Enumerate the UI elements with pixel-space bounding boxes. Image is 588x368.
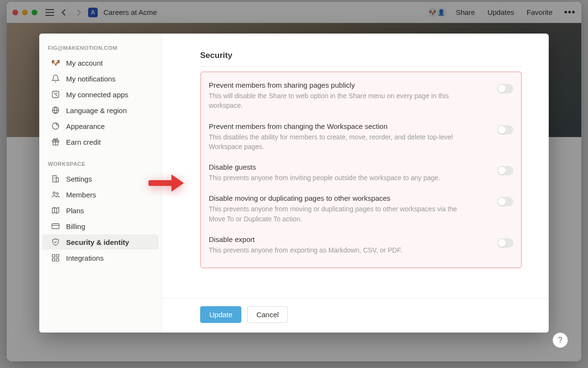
option-title: Prevent members from sharing pages publi… — [209, 81, 486, 89]
option-title: Disable moving or duplicating pages to o… — [209, 194, 486, 202]
presence-avatars[interactable]: 🐶 👤 — [427, 7, 447, 18]
toggle-prevent-public-share[interactable] — [497, 84, 513, 93]
option-title: Prevent members from changing the Worksp… — [209, 122, 486, 130]
security-options-highlight: Prevent members from sharing pages publi… — [200, 71, 522, 268]
minimize-window-icon[interactable] — [22, 10, 28, 15]
shield-icon — [51, 237, 60, 247]
sidebar-item-label: Earn credit — [66, 138, 101, 146]
option-disable-guests: Disable guests This prevents anyone from… — [209, 159, 513, 190]
sidebar-item-appearance[interactable]: Appearance — [42, 118, 158, 134]
share-button[interactable]: Share — [452, 8, 479, 16]
card-icon — [51, 221, 60, 231]
sidebar-item-label: Language & region — [66, 106, 127, 115]
globe-icon — [51, 105, 60, 115]
page-icon: A — [88, 8, 98, 17]
avatar-icon: 🐶 — [51, 58, 60, 68]
sidebar-item-label: Security & identity — [66, 238, 129, 246]
cancel-button[interactable]: Cancel — [247, 306, 288, 323]
maximize-window-icon[interactable] — [32, 10, 37, 15]
option-description: This prevents anyone from exporting as M… — [209, 245, 467, 255]
bell-icon — [51, 74, 60, 83]
page-title[interactable]: Careers at Acme — [103, 8, 157, 16]
option-title: Disable guests — [209, 163, 486, 171]
svg-rect-13 — [57, 259, 59, 261]
sidebar-item-language[interactable]: Language & region — [42, 103, 158, 118]
menu-icon[interactable] — [45, 8, 55, 17]
option-disable-move: Disable moving or duplicating pages to o… — [209, 190, 513, 231]
building-icon — [51, 174, 60, 184]
more-icon[interactable]: ••• — [561, 7, 576, 18]
sidebar-heading-workspace: WORKSPACE — [39, 158, 161, 171]
sidebar-item-integrations[interactable]: Integrations — [42, 250, 158, 265]
svg-rect-9 — [52, 224, 59, 229]
option-prevent-workspace-change: Prevent members from changing the Worksp… — [209, 118, 513, 160]
sidebar-item-billing[interactable]: Billing — [42, 218, 158, 234]
svg-rect-5 — [53, 175, 57, 182]
settings-footer: Update Cancel — [162, 298, 549, 333]
moon-icon — [51, 121, 60, 131]
sidebar-item-label: Settings — [66, 175, 92, 183]
updates-button[interactable]: Updates — [484, 8, 518, 16]
sidebar-item-my-account[interactable]: 🐶 My account — [42, 55, 158, 70]
avatar: 👤 — [436, 7, 447, 18]
sidebar-item-plans[interactable]: Plans — [42, 203, 158, 218]
sidebar-item-members[interactable]: Members — [42, 187, 158, 202]
app-window: A Careers at Acme 🐶 👤 Share Updates Favo… — [7, 2, 581, 361]
sidebar-heading-account: FIG@MAKENOTION.COM — [39, 42, 161, 55]
sidebar-item-settings[interactable]: Settings — [42, 171, 158, 186]
close-window-icon[interactable] — [12, 10, 18, 15]
option-title: Disable export — [209, 235, 486, 243]
sidebar-item-security[interactable]: Security & identity — [42, 234, 158, 250]
toggle-prevent-workspace-change[interactable] — [497, 125, 513, 135]
gift-icon — [51, 137, 60, 147]
settings-main: Security Prevent members from sharing pa… — [162, 34, 549, 333]
sidebar-item-label: Members — [66, 191, 96, 199]
svg-point-8 — [57, 193, 58, 195]
svg-rect-10 — [52, 254, 55, 257]
option-prevent-public-share: Prevent members from sharing pages publi… — [209, 74, 513, 118]
sidebar-item-label: Appearance — [66, 122, 105, 130]
toggle-disable-export[interactable] — [497, 238, 513, 248]
topbar: A Careers at Acme 🐶 👤 Share Updates Favo… — [7, 2, 581, 23]
sidebar-item-label: My account — [66, 59, 103, 67]
toggle-disable-move[interactable] — [497, 197, 513, 207]
update-button[interactable]: Update — [200, 306, 241, 323]
option-description: This prevents anyone from moving or dupl… — [209, 204, 467, 224]
favorite-button[interactable]: Favorite — [523, 8, 556, 16]
grid-icon — [51, 253, 60, 263]
back-icon[interactable] — [59, 8, 69, 17]
forward-icon[interactable] — [74, 8, 83, 17]
app-icon — [51, 90, 60, 99]
sidebar-item-label: Plans — [66, 207, 84, 215]
sidebar-item-label: My connected apps — [66, 91, 128, 99]
option-description: This will disable the Share to web optio… — [209, 91, 467, 111]
people-icon — [51, 190, 60, 199]
sidebar-item-connected-apps[interactable]: My connected apps — [42, 87, 158, 102]
toggle-disable-guests[interactable] — [497, 166, 513, 175]
svg-rect-11 — [57, 254, 59, 257]
svg-point-7 — [53, 192, 56, 195]
window-controls[interactable] — [12, 10, 37, 15]
svg-rect-6 — [57, 178, 59, 182]
section-title-security: Security — [200, 51, 522, 67]
option-description: This prevents anyone from inviting peopl… — [209, 173, 467, 183]
sidebar-item-label: My notifications — [66, 75, 115, 83]
sidebar-item-notifications[interactable]: My notifications — [42, 71, 158, 86]
option-description: This disables the ability for members to… — [209, 132, 467, 152]
sidebar-item-earn-credit[interactable]: Earn credit — [42, 134, 158, 150]
help-button[interactable]: ? — [553, 333, 568, 348]
svg-point-2 — [52, 123, 59, 129]
sidebar-item-label: Billing — [66, 222, 85, 230]
option-disable-export: Disable export This prevents anyone from… — [209, 231, 513, 263]
map-icon — [51, 206, 60, 215]
svg-rect-12 — [52, 259, 55, 261]
sidebar-item-label: Integrations — [66, 254, 103, 262]
settings-sidebar: FIG@MAKENOTION.COM 🐶 My account My notif… — [39, 34, 162, 333]
settings-modal: FIG@MAKENOTION.COM 🐶 My account My notif… — [39, 34, 549, 333]
